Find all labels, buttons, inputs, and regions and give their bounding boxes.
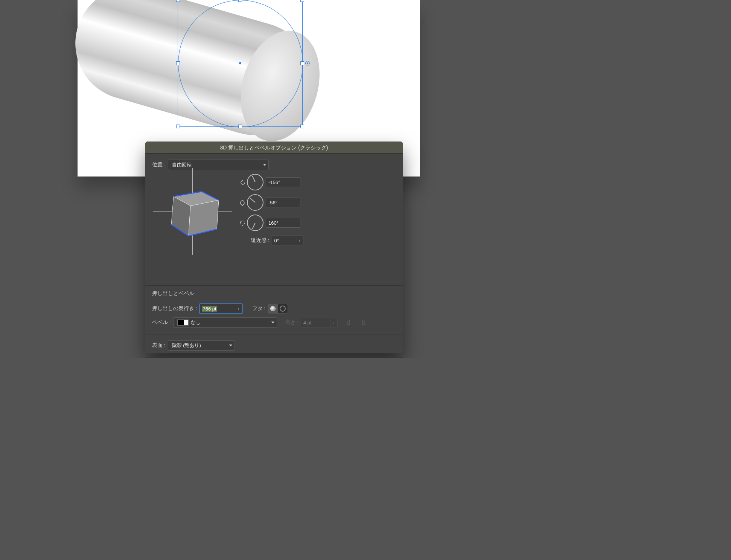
handle-bottom-right[interactable]	[300, 125, 304, 128]
rotation-y-dial[interactable]	[247, 194, 263, 211]
handle-middle-left[interactable]	[176, 61, 180, 65]
dialog-title: 3D 押し出しとベベルオプション (クラシック)	[145, 142, 403, 154]
extrude-bevel-section-label: 押し出しとベベル	[152, 290, 396, 297]
height-value: 4 pt	[303, 320, 312, 326]
perspective-value: 0°	[274, 238, 279, 243]
bevel-select-value: なし	[191, 319, 201, 326]
panel-divider	[7, 0, 8, 358]
surface-label: 表面 :	[152, 342, 166, 349]
stepper-icon: ›	[330, 318, 337, 327]
rotation-cube-preview[interactable]	[153, 168, 232, 255]
handle-bottom-middle[interactable]	[238, 125, 242, 128]
surface-select-value: 陰影 (艶あり)	[172, 342, 201, 349]
bevel-extent-in-icon	[347, 320, 353, 326]
rotation-y-input[interactable]: -56°	[266, 198, 300, 207]
stepper-icon[interactable]: ›	[296, 236, 303, 245]
rotation-y-value: -56°	[268, 200, 277, 205]
surface-select[interactable]: 陰影 (艶あり)	[168, 340, 235, 351]
rotation-x-dial[interactable]	[247, 174, 263, 190]
cap-on-button[interactable]	[268, 304, 278, 313]
perspective-label: 遠近感 :	[251, 237, 270, 244]
cap-solid-icon	[270, 306, 276, 311]
selection-reference-point[interactable]	[305, 61, 310, 65]
height-label: 高さ :	[285, 319, 299, 326]
height-input: 4 pt ›	[301, 318, 338, 327]
cap-label: フタ :	[252, 305, 266, 312]
chevron-down-icon	[271, 322, 274, 324]
selection-center-point	[239, 62, 241, 64]
extrude-bevel-dialog: 3D 押し出しとベベルオプション (クラシック) 位置 : 自由回転	[145, 142, 403, 353]
rotation-cube-icon	[166, 183, 222, 240]
bevel-extent-out-icon	[359, 320, 366, 326]
extrude-depth-value: 766 pt	[202, 306, 217, 312]
rotate-z-icon	[239, 220, 245, 225]
cap-hollow-icon	[280, 306, 286, 312]
perspective-input[interactable]: 0° ›	[272, 236, 303, 245]
handle-top-middle[interactable]	[238, 0, 242, 2]
handle-top-right[interactable]	[300, 0, 304, 2]
extrude-depth-label: 押し出しの奥行き :	[152, 305, 197, 312]
chevron-down-icon	[263, 164, 266, 166]
chevron-down-icon	[229, 345, 232, 347]
rotation-z-input[interactable]: 160°	[266, 218, 300, 228]
svg-marker-2	[189, 200, 219, 236]
cap-toggle-group	[268, 304, 288, 313]
selection-bounding-box[interactable]	[178, 0, 303, 127]
handle-bottom-left[interactable]	[176, 125, 180, 128]
position-select-value: 自由回転	[172, 161, 192, 168]
cap-off-button[interactable]	[278, 304, 288, 313]
bevel-swatch-icon	[177, 320, 189, 326]
handle-top-left[interactable]	[176, 0, 180, 2]
rotate-y-icon	[239, 200, 245, 205]
bevel-select[interactable]: なし	[173, 317, 277, 328]
stepper-icon[interactable]: ›	[235, 304, 242, 313]
rotation-z-value: 160°	[268, 220, 279, 226]
extrude-depth-input[interactable]: 766 pt ›	[200, 304, 242, 313]
svg-point-7	[241, 201, 244, 205]
rotate-x-icon	[239, 180, 245, 185]
rotation-x-value: -156°	[268, 180, 280, 185]
bevel-label: ベベル :	[152, 319, 171, 326]
rotation-x-input[interactable]: -156°	[266, 177, 300, 187]
rotation-z-dial[interactable]	[247, 215, 263, 231]
handle-middle-right[interactable]	[300, 61, 304, 65]
position-label: 位置 :	[152, 161, 166, 168]
